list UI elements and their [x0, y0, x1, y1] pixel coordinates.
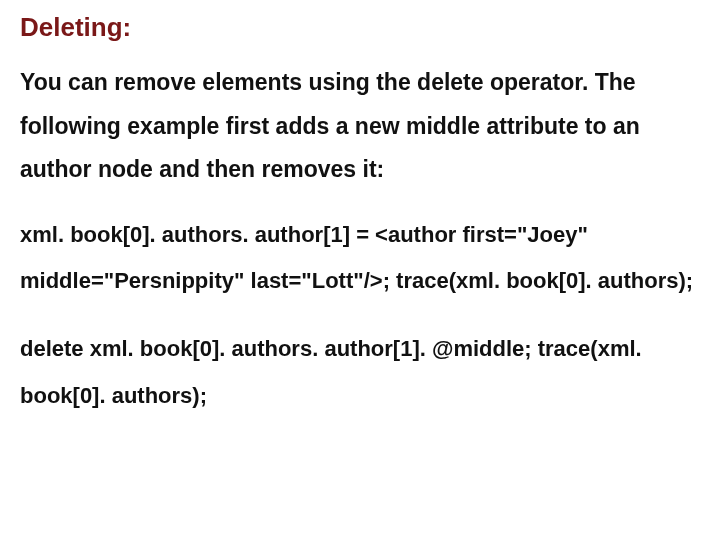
code-example-1: xml. book[0]. authors. author[1] = <auth…	[20, 212, 700, 304]
section-heading: Deleting:	[20, 12, 700, 43]
document-page: Deleting: You can remove elements using …	[0, 0, 720, 540]
code-example-2: delete xml. book[0]. authors. author[1].…	[20, 326, 700, 418]
intro-paragraph: You can remove elements using the delete…	[20, 61, 700, 192]
